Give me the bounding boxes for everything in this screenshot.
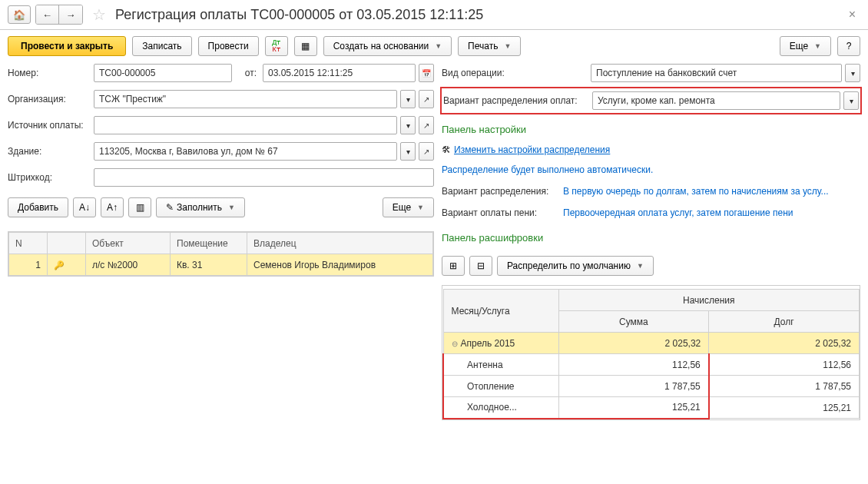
service-row[interactable]: Холодное... 125,21 125,21: [443, 397, 860, 419]
dropdown-icon[interactable]: ▾: [400, 90, 416, 108]
penalty-label: Вариант оплаты пени:: [442, 207, 557, 218]
col-owner[interactable]: Владелец: [247, 233, 433, 254]
debit-credit-button[interactable]: ДᴛКᴛ: [265, 36, 288, 56]
chevron-down-icon: ▼: [637, 262, 644, 270]
post-button[interactable]: Провести: [198, 36, 259, 56]
dropdown-icon[interactable]: ▾: [400, 142, 416, 161]
settings-panel-title: Панель настройки: [442, 124, 860, 135]
col-month[interactable]: Месяц/Услуга: [443, 290, 558, 333]
left-more-button[interactable]: Еще▼: [383, 197, 434, 217]
barcode-button[interactable]: ▥: [128, 197, 151, 217]
date-input[interactable]: 03.05.2015 12:11:25: [263, 64, 416, 82]
calendar-icon[interactable]: 📅: [419, 64, 434, 82]
expand-all-button[interactable]: ⊞: [442, 256, 465, 276]
chevron-down-icon: ▼: [504, 42, 511, 50]
dropdown-icon[interactable]: ▾: [845, 64, 860, 82]
barcode-input[interactable]: [94, 168, 434, 187]
save-button[interactable]: Записать: [132, 36, 191, 56]
fill-button[interactable]: ✎ Заполнить▼: [156, 197, 245, 217]
table-row[interactable]: 1 🔑 л/с №2000 Кв. 31 Семенов Игорь Влади…: [9, 254, 433, 276]
back-button[interactable]: ←: [36, 5, 59, 24]
home-button[interactable]: 🏠: [8, 5, 31, 24]
auto-info: Распределение будет выполнено автоматиче…: [442, 164, 653, 175]
month-row[interactable]: ⊖Апрель 2015 2 025,32 2 025,32: [443, 333, 860, 354]
building-label: Здание:: [8, 146, 91, 157]
col-charges[interactable]: Начисления: [558, 290, 860, 311]
print-button[interactable]: Печать▼: [458, 36, 521, 56]
col-debt[interactable]: Долг: [709, 311, 860, 333]
number-input[interactable]: ТС00-000005: [94, 64, 232, 82]
penalty-value: Первоочередная оплата услуг, затем погаш…: [563, 207, 793, 218]
chevron-down-icon: ▼: [435, 42, 442, 50]
post-and-close-button[interactable]: Провести и закрыть: [8, 36, 126, 56]
collapse-all-button[interactable]: ⊟: [469, 256, 492, 276]
optype-input[interactable]: Поступление на банковский счет: [591, 64, 842, 82]
col-icon[interactable]: [48, 233, 86, 254]
close-icon[interactable]: ×: [844, 8, 860, 22]
source-input[interactable]: [94, 116, 397, 134]
dist-input[interactable]: Услуги, кроме кап. ремонта: [592, 91, 840, 110]
from-label: от:: [235, 68, 260, 78]
collapse-icon[interactable]: ⊖: [452, 340, 458, 348]
optype-label: Вид операции:: [442, 68, 588, 78]
dist-label: Вариант распределения оплат:: [443, 95, 589, 106]
service-row[interactable]: Отопление 1 787,55 1 787,55: [443, 376, 860, 397]
distribute-default-button[interactable]: Распределить по умолчанию▼: [497, 256, 654, 276]
change-settings-link[interactable]: Изменить настройки распределения: [454, 144, 610, 155]
create-based-button[interactable]: Создать на основании▼: [323, 36, 452, 56]
structure-button[interactable]: ▦: [294, 36, 317, 56]
number-label: Номер:: [8, 68, 91, 78]
building-input[interactable]: 113205, Москва г, Вавилова ул, дом № 67: [94, 142, 397, 161]
dist-variant-value: В первую очередь по долгам, затем по нач…: [563, 186, 829, 197]
service-row[interactable]: Антенна 112,56 112,56: [443, 354, 860, 376]
open-icon[interactable]: ↗: [419, 116, 434, 134]
org-label: Организация:: [8, 94, 91, 104]
col-object[interactable]: Объект: [86, 233, 171, 254]
sort-desc-button[interactable]: A↑: [101, 197, 124, 217]
more-button[interactable]: Еще▼: [780, 36, 831, 56]
col-room[interactable]: Помещение: [171, 233, 247, 254]
org-input[interactable]: ТСЖ "Престиж": [94, 90, 397, 108]
distribution-highlight: Вариант распределения оплат: Услуги, кро…: [440, 87, 862, 114]
accounts-table: N Объект Помещение Владелец 1 🔑 л/с №200…: [8, 232, 433, 276]
barcode-label: Штрихкод:: [8, 172, 91, 183]
chevron-down-icon: ▼: [814, 42, 821, 50]
open-icon[interactable]: ↗: [419, 142, 434, 161]
favorite-icon[interactable]: ☆: [92, 5, 106, 24]
detail-panel-title: Панель расшифровки: [442, 232, 860, 244]
sort-asc-button[interactable]: A↓: [73, 197, 96, 217]
chevron-down-icon: ▼: [417, 204, 424, 211]
dropdown-icon[interactable]: ▾: [400, 116, 416, 134]
dt-kt-icon: ДᴛКᴛ: [272, 39, 280, 53]
dist-variant-label: Вариант распределения:: [442, 186, 557, 197]
detail-table: Месяц/Услуга Начисления Сумма Долг ⊖Апре…: [442, 289, 860, 419]
col-sum[interactable]: Сумма: [558, 311, 709, 333]
dropdown-icon[interactable]: ▾: [843, 91, 859, 110]
wrench-icon: 🛠: [442, 144, 451, 155]
help-button[interactable]: ?: [837, 36, 860, 56]
open-icon[interactable]: ↗: [419, 90, 434, 108]
chevron-down-icon: ▼: [228, 204, 235, 211]
page-title: Регистрация оплаты ТС00-000005 от 03.05.…: [115, 7, 483, 23]
source-label: Источник оплаты:: [8, 120, 91, 131]
col-n[interactable]: N: [9, 233, 48, 254]
add-button[interactable]: Добавить: [8, 197, 68, 217]
key-icon: 🔑: [54, 260, 65, 270]
forward-button[interactable]: →: [59, 5, 82, 24]
